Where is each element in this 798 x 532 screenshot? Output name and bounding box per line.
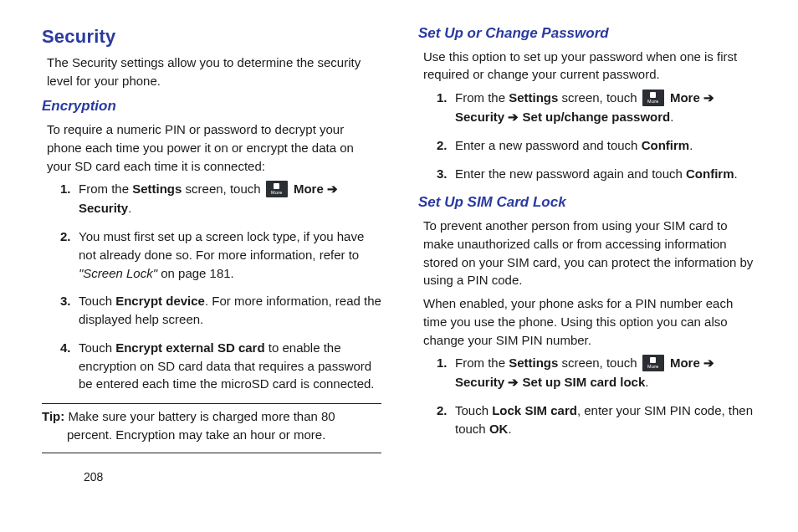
step-text: From the Settings screen, touch More ➔ S… [79, 180, 381, 217]
step-number: 3. [60, 292, 79, 329]
step-number: 1. [437, 354, 455, 391]
step-number: 1. [60, 180, 79, 217]
step-number: 3. [437, 165, 455, 183]
step-text: From the Settings screen, touch More ➔ S… [455, 354, 758, 391]
tip-rule-bottom [42, 453, 381, 453]
encryption-steps: 1. From the Settings screen, touch More … [60, 180, 381, 393]
list-item: 2. Touch Lock SIM card, enter your SIM P… [437, 402, 758, 438]
step-text: Enter a new password and touch Confirm. [455, 136, 758, 155]
step-number: 2. [60, 228, 79, 282]
sim-intro-2: When enabled, your phone asks for a PIN … [423, 294, 758, 349]
step-number: 4. [60, 339, 79, 393]
list-item: 1. From the Settings screen, touch More … [60, 180, 381, 217]
list-item: 4. Touch Encrypt external SD card to ena… [60, 339, 381, 393]
list-item: 1. From the Settings screen, touch More … [437, 89, 758, 126]
more-icon [266, 181, 288, 197]
list-item: 3. Enter the new password again and touc… [437, 165, 758, 183]
list-item: 2. You must first set up a screen lock t… [60, 228, 381, 282]
step-text: Touch Encrypt device. For more informati… [79, 292, 381, 329]
step-text: Touch Encrypt external SD card to enable… [79, 339, 381, 393]
section-heading-security: Security [42, 23, 381, 50]
more-icon [642, 355, 664, 371]
step-text: From the Settings screen, touch More ➔ S… [455, 89, 758, 126]
sim-intro-1: To prevent another person from using you… [423, 217, 758, 289]
two-column-layout: Security The Security settings allow you… [42, 23, 758, 457]
list-item: 2. Enter a new password and touch Confir… [437, 136, 758, 155]
tip-label: Tip: [42, 409, 64, 423]
step-text: You must first set up a screen lock type… [79, 228, 381, 282]
subheading-encryption: Encryption [42, 96, 381, 117]
tip-block: Tip: Make sure your battery is charged m… [42, 407, 381, 444]
tip-rule-top [42, 403, 381, 404]
security-intro: The Security settings allow you to deter… [47, 54, 381, 90]
page-number: 208 [84, 468, 103, 485]
subheading-password: Set Up or Change Password [418, 23, 758, 44]
step-text: Touch Lock SIM card, enter your SIM PIN … [455, 402, 758, 438]
step-text: Enter the new password again and touch C… [455, 165, 758, 183]
more-icon [642, 90, 664, 106]
manual-page: Security The Security settings allow you… [42, 23, 758, 509]
step-number: 1. [437, 89, 455, 126]
tip-text: Make sure your battery is charged more t… [64, 409, 335, 442]
password-intro: Use this option to set up your password … [423, 48, 758, 84]
left-column: Security The Security settings allow you… [42, 23, 381, 457]
right-column: Set Up or Change Password Use this optio… [418, 23, 758, 457]
sim-steps: 1. From the Settings screen, touch More … [437, 354, 758, 437]
password-steps: 1. From the Settings screen, touch More … [437, 89, 758, 182]
list-item: 1. From the Settings screen, touch More … [437, 354, 758, 391]
subheading-sim: Set Up SIM Card Lock [418, 192, 758, 213]
step-number: 2. [437, 136, 455, 155]
list-item: 3. Touch Encrypt device. For more inform… [60, 292, 381, 329]
step-number: 2. [437, 402, 455, 438]
encryption-intro: To require a numeric PIN or password to … [47, 120, 381, 175]
